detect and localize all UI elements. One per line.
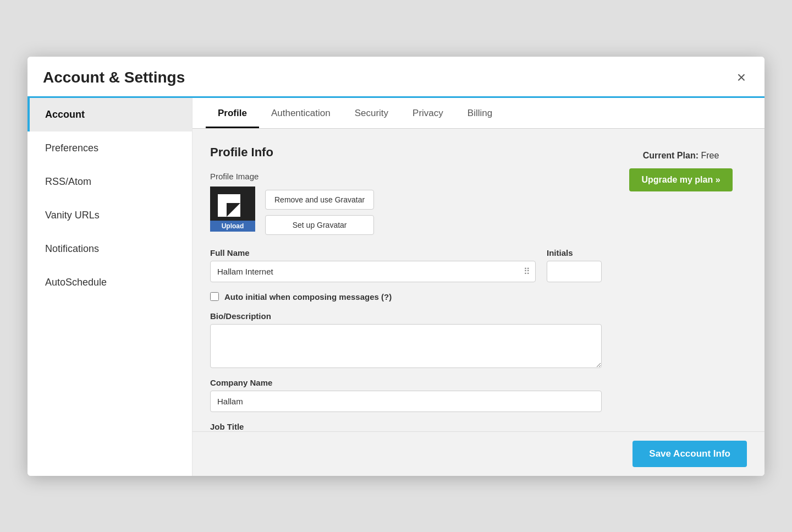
content-area: Profile Info Profile Image xyxy=(193,129,765,431)
plan-text: Current Plan: Free xyxy=(615,151,747,161)
plan-box: Current Plan: Free Upgrade my plan » xyxy=(615,151,747,191)
content-left: Profile Info Profile Image xyxy=(210,145,602,431)
bio-label: Bio/Description xyxy=(210,311,602,321)
remove-gravatar-button[interactable]: Remove and use Gravatar xyxy=(265,190,374,210)
tab-authentication[interactable]: Authentication xyxy=(259,98,343,128)
sidebar-item-preferences[interactable]: Preferences xyxy=(28,131,192,165)
tab-security[interactable]: Security xyxy=(343,98,400,128)
job-title-group: Job Title xyxy=(210,422,602,431)
upload-badge[interactable]: Upload xyxy=(210,221,255,232)
initials-label: Initials xyxy=(547,248,602,257)
account-settings-modal: Account & Settings × Account Preferences… xyxy=(28,57,765,476)
job-title-label: Job Title xyxy=(210,422,602,431)
sidebar: Account Preferences RSS/Atom Vanity URLs… xyxy=(28,98,193,476)
initials-input[interactable] xyxy=(547,261,602,282)
section-title: Profile Info xyxy=(210,145,602,160)
tabs-bar: Profile Authentication Security Privacy … xyxy=(193,98,765,129)
bio-input[interactable] xyxy=(210,324,602,368)
sidebar-item-account[interactable]: Account xyxy=(28,98,192,131)
full-name-group: Full Name ⠿ xyxy=(210,248,536,282)
full-name-label: Full Name xyxy=(210,248,536,257)
full-name-input[interactable] xyxy=(210,261,536,282)
save-account-button[interactable]: Save Account Info xyxy=(632,441,747,467)
setup-gravatar-button[interactable]: Set up Gravatar xyxy=(265,215,374,235)
upgrade-button[interactable]: Upgrade my plan » xyxy=(629,168,732,191)
sidebar-item-rss[interactable]: RSS/Atom xyxy=(28,165,192,199)
bio-group: Bio/Description xyxy=(210,311,602,368)
auto-initial-row: Auto initial when composing messages (?) xyxy=(210,292,602,301)
content-right: Current Plan: Free Upgrade my plan » xyxy=(615,145,747,191)
main-content: Profile Authentication Security Privacy … xyxy=(193,98,765,476)
auto-initial-label[interactable]: Auto initial when composing messages (?) xyxy=(224,292,392,301)
tab-billing[interactable]: Billing xyxy=(455,98,504,128)
content-row: Profile Info Profile Image xyxy=(210,145,747,431)
auto-initial-checkbox[interactable] xyxy=(210,292,219,301)
modal-header: Account & Settings × xyxy=(28,57,765,98)
close-button[interactable]: × xyxy=(734,69,749,86)
sidebar-item-notifications[interactable]: Notifications xyxy=(28,232,192,266)
profile-image-label: Profile Image xyxy=(210,172,602,181)
gravatar-buttons: Remove and use Gravatar Set up Gravatar xyxy=(265,187,374,235)
company-name-group: Company Name xyxy=(210,378,602,412)
sidebar-item-vanity[interactable]: Vanity URLs xyxy=(28,199,192,232)
tab-profile[interactable]: Profile xyxy=(206,98,259,128)
profile-image-row: Upload Remove and use Gravatar Set up Gr… xyxy=(210,187,602,235)
initials-group: Initials xyxy=(547,248,602,282)
sidebar-item-autoschedule[interactable]: AutoSchedule xyxy=(28,266,192,299)
tab-privacy[interactable]: Privacy xyxy=(400,98,455,128)
dots-icon: ⠿ xyxy=(524,266,530,277)
company-name-input[interactable] xyxy=(210,391,602,412)
modal-footer: Save Account Info xyxy=(193,431,765,476)
modal-body: Account Preferences RSS/Atom Vanity URLs… xyxy=(28,98,765,476)
company-name-label: Company Name xyxy=(210,378,602,387)
full-name-input-wrapper: ⠿ xyxy=(210,261,536,282)
name-initials-row: Full Name ⠿ Initials xyxy=(210,248,602,282)
modal-title: Account & Settings xyxy=(43,69,185,86)
avatar: Upload xyxy=(210,187,255,232)
